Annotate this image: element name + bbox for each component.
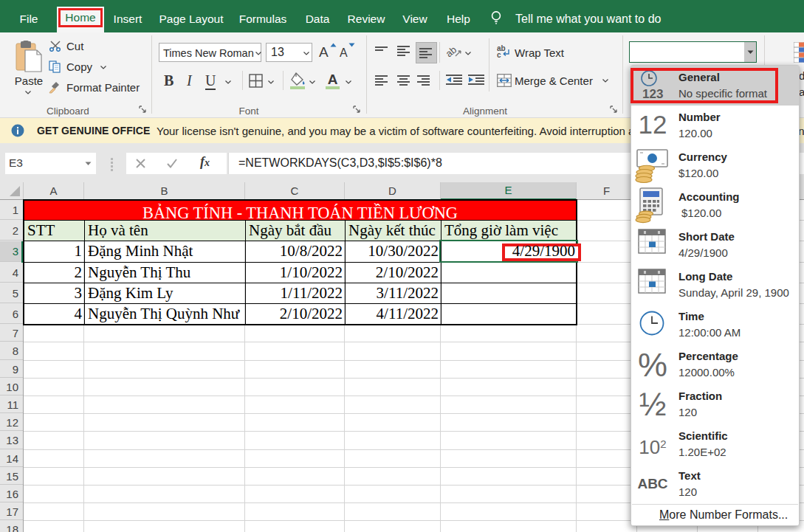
svg-text:c: c [497,51,501,58]
svg-text:ab: ab [446,44,458,59]
